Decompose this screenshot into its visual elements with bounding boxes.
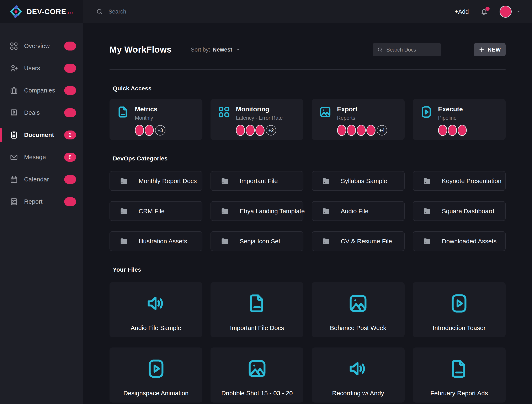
sidebar-item-label: Mesage	[24, 154, 46, 161]
badge	[64, 175, 76, 184]
category-tile-senja-icon-set[interactable]: Senja Icon Set	[210, 231, 304, 251]
file-label: Introduction Teaser	[413, 324, 506, 331]
sidebar-item-label: Companies	[24, 87, 55, 94]
sort-dropdown[interactable]: Sort by: Newest	[191, 47, 241, 53]
search-icon	[96, 8, 103, 15]
card-top: Export Reports	[319, 106, 398, 121]
avatar	[366, 125, 375, 136]
file-label: February Report Ads	[413, 390, 506, 397]
docs-search-input[interactable]	[386, 47, 437, 53]
category-label: CRM File	[139, 208, 165, 215]
sidebar-item-companies[interactable]: Companies	[0, 79, 83, 102]
category-tile-cv-resume-file[interactable]: CV & Resume File	[312, 231, 405, 251]
calendar-icon	[10, 175, 18, 184]
category-tile-downloaded-assets[interactable]: Downloaded Assets	[413, 231, 506, 251]
file-card-behance-post-week[interactable]: Behance Post Week	[312, 282, 405, 337]
file-label: Important File Docs	[210, 324, 304, 331]
file-card-recording-w-andy[interactable]: Recording w/ Andy	[312, 347, 405, 403]
briefcase-icon	[10, 86, 18, 95]
category-tile-syllabus-sample[interactable]: Syllabus Sample	[312, 171, 405, 191]
file-card-dribbble-shot-15-03-20[interactable]: Dribbble Shot 15 - 03 - 20	[210, 347, 304, 403]
file-card-important-file-docs[interactable]: Important File Docs	[210, 282, 304, 337]
sidebar-item-label: Overview	[24, 43, 50, 50]
card-subtitle: Monthly	[135, 115, 158, 121]
category-tile-monthly-report-docs[interactable]: Monthly Report Docs	[109, 171, 203, 191]
category-tile-crm-file[interactable]: CRM File	[109, 201, 203, 221]
profile-menu[interactable]	[500, 6, 521, 18]
category-label: Important File	[240, 177, 278, 184]
image-icon	[319, 106, 332, 119]
sidebar-item-label: Report	[24, 198, 43, 205]
add-button[interactable]: +Add	[455, 8, 469, 15]
folder-icon	[221, 177, 229, 185]
avatar	[458, 125, 467, 136]
file-icon	[247, 293, 267, 314]
sidebar-item-label: Calendar	[24, 176, 49, 183]
section-title-categories: DevOps Categories	[113, 155, 506, 162]
badge	[64, 197, 76, 206]
card-subtitle: Latency - Error Rate	[236, 115, 283, 121]
main-content: My WorkFlows Sort by: Newest NEW Quick A…	[83, 23, 532, 404]
global-search	[96, 8, 196, 15]
quick-access-card-monitoring[interactable]: Monitoring Latency - Error Rate +2	[210, 99, 304, 140]
header-divider	[109, 69, 506, 70]
folder-icon	[423, 177, 431, 185]
sidebar-item-document[interactable]: Document 2	[0, 124, 83, 146]
avatar	[135, 125, 144, 136]
docs-search	[373, 43, 441, 56]
category-tile-keynote-presentation[interactable]: Keynote Presentation	[413, 171, 506, 191]
category-tile-ehya-landing-template[interactable]: Ehya Landing Template	[210, 201, 304, 221]
grid-cyan-icon	[218, 106, 230, 119]
quick-access-card-execute[interactable]: Execute Pipeline	[413, 99, 506, 140]
category-label: Square Dashboard	[442, 208, 494, 215]
folder-icon	[322, 177, 330, 185]
page-title: My WorkFlows	[109, 45, 172, 55]
folder-icon	[120, 207, 128, 215]
content-header: My WorkFlows Sort by: Newest NEW	[109, 43, 506, 57]
avatar	[438, 125, 447, 136]
sidebar-item-deals[interactable]: Deals	[0, 102, 83, 124]
envelope-icon	[10, 153, 18, 162]
file-card-february-report-ads[interactable]: February Report Ads	[413, 347, 506, 403]
new-button[interactable]: NEW	[474, 43, 506, 56]
badge	[64, 42, 76, 50]
file-icon	[117, 106, 129, 119]
speaker-icon	[348, 358, 368, 379]
topbar-actions: +Add	[455, 6, 532, 18]
sidebar-item-overview[interactable]: Overview	[0, 35, 83, 57]
category-label: Illustration Assets	[139, 238, 187, 245]
quick-access-card-metrics[interactable]: Metrics Monthly +3	[109, 99, 203, 140]
sidebar-item-report[interactable]: Report	[0, 190, 83, 213]
file-card-introduction-teaser[interactable]: Introduction Teaser	[413, 282, 506, 337]
file-card-designspace-animation[interactable]: Designspace Animation	[109, 347, 203, 403]
active-indicator	[0, 128, 2, 142]
quick-access-card-export[interactable]: Export Reports +4	[312, 99, 405, 140]
avatar	[500, 6, 512, 18]
deals-icon	[10, 108, 18, 117]
avatar	[255, 125, 265, 136]
avatar-stack	[438, 125, 499, 136]
chevron-down-icon	[516, 9, 521, 14]
category-tile-square-dashboard[interactable]: Square Dashboard	[413, 201, 506, 221]
avatar-stack: +3	[135, 125, 195, 136]
category-tile-important-file[interactable]: Important File	[210, 171, 304, 191]
sidebar-item-mesage[interactable]: Mesage 8	[0, 146, 83, 168]
folder-icon	[423, 237, 431, 246]
sort-label: Sort by:	[191, 47, 210, 53]
file-card-audio-file-sample[interactable]: Audio File Sample	[109, 282, 203, 337]
avatar-overflow-count: +2	[266, 125, 276, 135]
sidebar-item-users[interactable]: Users	[0, 57, 83, 79]
folder-icon	[120, 177, 128, 185]
category-tile-illustration-assets[interactable]: Illustration Assets	[109, 231, 203, 251]
file-label: Audio File Sample	[109, 324, 203, 331]
badge	[64, 64, 76, 73]
category-tile-audio-file[interactable]: Audio File	[312, 201, 405, 221]
card-title: Metrics	[135, 106, 158, 113]
new-button-label: NEW	[488, 47, 501, 53]
global-search-input[interactable]	[108, 8, 196, 15]
badge	[64, 108, 76, 117]
notifications-button[interactable]	[480, 7, 488, 16]
avatar	[337, 125, 346, 136]
sidebar-item-calendar[interactable]: Calendar	[0, 168, 83, 190]
category-label: Syllabus Sample	[341, 177, 387, 184]
